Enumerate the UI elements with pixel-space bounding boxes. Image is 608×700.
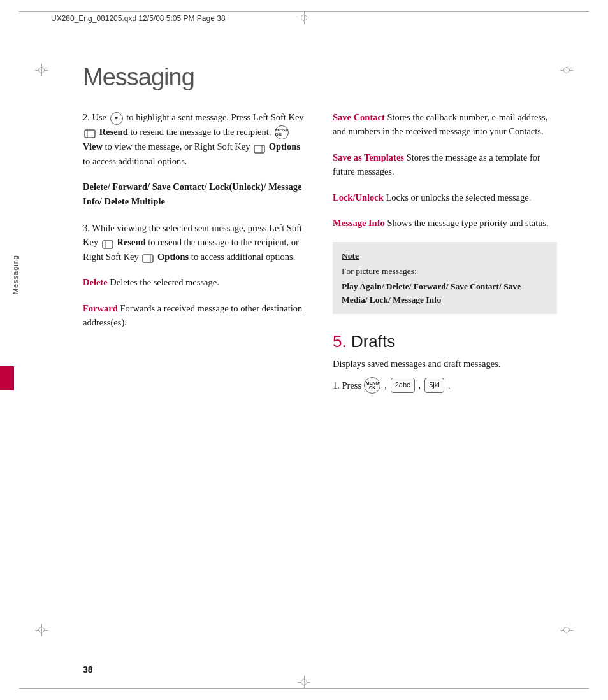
delete-text: Delete Deletes the selected message. [83,277,219,287]
left-softkey-icon-2 [102,239,113,248]
crosshair-topright [560,64,573,76]
menu-ok-key: MENUOK [364,377,380,394]
svg-rect-4 [103,241,113,248]
bold-items-text: Delete/ Forward/ Save Contact/ Lock(Unlo… [83,182,302,206]
view-label: View [83,141,103,152]
page-title: Messaging [83,64,557,91]
options-label-2: Options [157,252,189,262]
left-column: 2. Use ● to highlight a sent message. Pr… [83,110,307,394]
drafts-press-line: 1. Press MENUOK , 2abc , 5jkl . [333,377,557,394]
note-intro: For picture messages: [342,265,548,278]
bold-section: Delete/ Forward/ Save Contact/ Lock(Unlo… [83,180,307,209]
forward-block: Forward Forwards a received message to o… [83,301,307,330]
svg-rect-0 [85,130,95,138]
border-bottom [19,688,589,689]
border-top [19,11,589,12]
period: . [448,378,451,393]
step2-text: 2. Use ● to highlight a sent message. Pr… [83,112,304,166]
note-title: Note [342,250,548,262]
message-info-keyword: Message Info [333,218,385,228]
save-templates-text: Save as Templates Stores the message as … [333,152,540,176]
two-column-layout: 2. Use ● to highlight a sent message. Pr… [83,110,557,394]
right-softkey-icon-2 [142,253,154,262]
save-templates-block: Save as Templates Stores the message as … [333,150,557,179]
key-5jkl: 5jkl [424,378,444,393]
main-content: Messaging 2. Use ● to highlight a sent m… [83,64,557,649]
left-softkey-icon [84,128,96,137]
step3-text: 3. While viewing the selected sent messa… [83,223,302,262]
lock-unlock-desc: Locks or unlocks the selected message. [384,192,532,203]
save-contact-text: Save Contact Stores the callback number,… [333,112,547,136]
header-text: UX280_Eng_081205.qxd 12/5/08 5:05 PM Pag… [51,14,226,23]
save-contact-block: Save Contact Stores the callback number,… [333,110,557,139]
page-number: 38 [83,664,93,675]
step-2-block: 2. Use ● to highlight a sent message. Pr… [83,110,307,168]
crosshair-bottomleft [35,624,48,636]
drafts-title: Drafts [347,332,396,351]
note-content: Play Again/ Delete/ Forward/ Save Contac… [342,280,548,306]
page-header: UX280_Eng_081205.qxd 12/5/08 5:05 PM Pag… [51,14,557,23]
comma-2: , [419,378,421,393]
forward-text: Forward Forwards a received message to o… [83,303,302,327]
resend-label: Resend [99,127,128,137]
sidebar-bar [0,366,14,390]
step-3-block: 3. While viewing the selected sent messa… [83,221,307,264]
drafts-heading: 5. Drafts [333,332,557,352]
lock-unlock-keyword: Lock/Unlock [333,192,384,203]
note-box: Note For picture messages: Play Again/ D… [333,242,557,314]
delete-block: Delete Deletes the selected message. [83,275,307,289]
menu-ok-icon: MENUOK [275,125,289,139]
options-label: Options [269,141,300,152]
sidebar-text: Messaging [11,255,19,294]
lock-unlock-block: Lock/Unlock Locks or unlocks the selecte… [333,190,557,204]
svg-rect-2 [254,145,264,153]
forward-keyword: Forward [83,303,118,313]
message-info-text: Message Info Shows the message type prio… [333,218,549,228]
resend-label-2: Resend [117,237,145,247]
sidebar-label: Messaging [0,255,19,382]
save-contact-keyword: Save Contact [333,112,385,122]
drafts-section: 5. Drafts Displays saved messages and dr… [333,332,557,394]
key-2abc: 2abc [391,378,415,393]
right-column: Save Contact Stores the callback number,… [333,110,557,394]
message-info-block: Message Info Shows the message type prio… [333,216,557,230]
lock-unlock-text: Lock/Unlock Locks or unlocks the selecte… [333,192,531,203]
crosshair-bottomright [560,624,573,636]
save-templates-keyword: Save as Templates [333,152,404,162]
delete-keyword: Delete [83,277,108,287]
drafts-number: 5. [333,332,347,351]
drafts-description: Displays saved messages and draft messag… [333,357,557,371]
nav-icon: ● [110,112,123,125]
message-info-desc: Shows the message type priority and stat… [385,218,549,228]
svg-rect-6 [143,255,153,262]
crosshair-bottommid [298,676,310,689]
comma-1: , [384,378,387,393]
crosshair-topleft [35,64,48,76]
press-text: 1. Press [333,378,361,393]
right-softkey-icon [254,143,265,152]
delete-desc: Deletes the selected message. [108,277,219,287]
